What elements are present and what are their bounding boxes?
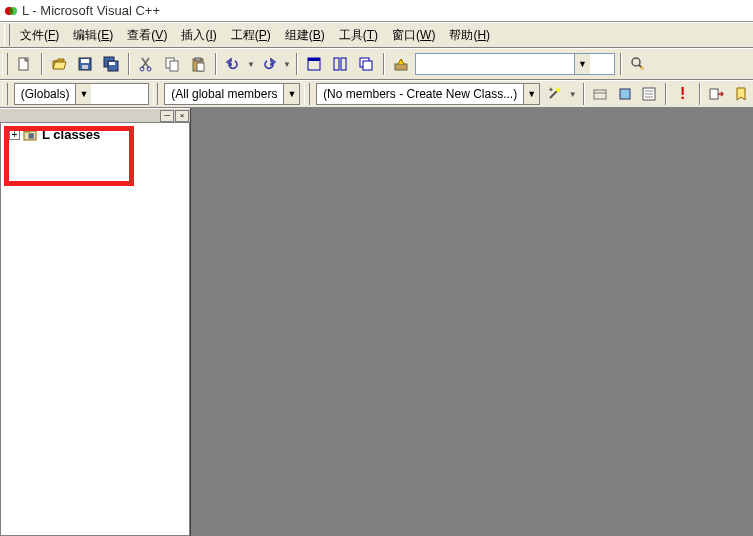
svg-rect-8 bbox=[109, 62, 115, 65]
svg-point-25 bbox=[640, 67, 643, 70]
resource-button[interactable] bbox=[614, 83, 635, 105]
redo-chevron-icon[interactable]: ▼ bbox=[283, 60, 291, 69]
pane-minimize-button[interactable]: ─ bbox=[160, 110, 174, 122]
svg-rect-22 bbox=[395, 64, 407, 70]
wizbar-grip-2[interactable] bbox=[153, 83, 159, 105]
menu-tools[interactable]: 工具(T) bbox=[333, 24, 384, 47]
separator bbox=[620, 53, 621, 75]
undo-chevron-icon[interactable]: ▼ bbox=[247, 60, 255, 69]
menu-project[interactable]: 工程(P) bbox=[225, 24, 277, 47]
go-to-button[interactable] bbox=[706, 83, 727, 105]
menu-window[interactable]: 窗口(W) bbox=[386, 24, 441, 47]
menu-file[interactable]: 文件(F) bbox=[14, 24, 65, 47]
save-all-button[interactable] bbox=[99, 52, 123, 76]
svg-rect-15 bbox=[197, 63, 204, 71]
toolbar-grip[interactable] bbox=[2, 53, 8, 75]
svg-rect-14 bbox=[195, 58, 201, 61]
bookmark-button[interactable] bbox=[730, 83, 751, 105]
menubar-grip[interactable] bbox=[4, 24, 10, 46]
separator bbox=[41, 53, 42, 75]
wizard-bar: (Globals) ▼ (All global members ▼ (No me… bbox=[0, 80, 753, 108]
window-tile-button[interactable] bbox=[328, 52, 352, 76]
svg-point-27 bbox=[556, 88, 560, 92]
class-view-tree[interactable]: + ▦ L classes bbox=[0, 122, 190, 536]
open-button[interactable] bbox=[47, 52, 71, 76]
find-dropdown-icon[interactable]: ▼ bbox=[574, 54, 590, 74]
cut-button[interactable] bbox=[134, 52, 158, 76]
filter-value: (All global members bbox=[165, 87, 283, 101]
copy-button[interactable] bbox=[160, 52, 184, 76]
find-input[interactable] bbox=[416, 54, 574, 74]
svg-rect-29 bbox=[594, 90, 606, 99]
wizard-chevron-icon[interactable]: ▼ bbox=[569, 90, 577, 99]
pane-close-button[interactable]: × bbox=[175, 110, 189, 122]
menu-edit[interactable]: 编辑(E) bbox=[67, 24, 119, 47]
client-area: ─ × + ▦ L classes bbox=[0, 108, 753, 536]
redo-button[interactable] bbox=[257, 52, 281, 76]
members-select[interactable]: (No members - Create New Class...) ▼ bbox=[316, 83, 540, 105]
svg-rect-4 bbox=[81, 59, 89, 63]
svg-rect-18 bbox=[334, 58, 339, 70]
separator bbox=[128, 53, 129, 75]
svg-text:✦: ✦ bbox=[548, 86, 554, 93]
app-icon bbox=[4, 4, 18, 18]
standard-toolbar: ▼ ▼ ▼ bbox=[0, 48, 753, 80]
separator bbox=[665, 83, 666, 105]
wizbar-grip[interactable] bbox=[2, 83, 8, 105]
undo-button[interactable] bbox=[221, 52, 245, 76]
separator bbox=[215, 53, 216, 75]
wizard-wand-button[interactable]: ✦ bbox=[544, 83, 565, 105]
build-button[interactable] bbox=[389, 52, 413, 76]
paste-button[interactable] bbox=[186, 52, 210, 76]
scope-select[interactable]: (Globals) ▼ bbox=[14, 83, 149, 105]
save-button[interactable] bbox=[73, 52, 97, 76]
svg-rect-31 bbox=[620, 89, 630, 99]
window-title: L - Microsoft Visual C++ bbox=[22, 3, 160, 18]
chevron-down-icon[interactable]: ▼ bbox=[523, 84, 539, 104]
titlebar: L - Microsoft Visual C++ bbox=[0, 0, 753, 22]
expand-icon[interactable]: + bbox=[9, 129, 20, 140]
svg-point-23 bbox=[632, 58, 640, 66]
filter-select[interactable]: (All global members ▼ bbox=[164, 83, 300, 105]
open-class-button[interactable] bbox=[590, 83, 611, 105]
chevron-down-icon[interactable]: ▼ bbox=[75, 84, 91, 104]
window-cascade-button[interactable] bbox=[354, 52, 378, 76]
menubar: 文件(F) 编辑(E) 查看(V) 插入(I) 工程(P) 组建(B) 工具(T… bbox=[0, 22, 753, 48]
pane-header: ─ × bbox=[0, 108, 190, 122]
chevron-down-icon[interactable]: ▼ bbox=[283, 84, 299, 104]
tree-root-label: L classes bbox=[42, 127, 100, 142]
properties-button[interactable] bbox=[639, 83, 660, 105]
find-combo[interactable]: ▼ bbox=[415, 53, 615, 75]
svg-rect-12 bbox=[170, 61, 178, 71]
separator bbox=[383, 53, 384, 75]
svg-rect-21 bbox=[363, 61, 372, 70]
mdi-area[interactable] bbox=[190, 108, 753, 536]
members-value: (No members - Create New Class...) bbox=[317, 87, 523, 101]
menu-view[interactable]: 查看(V) bbox=[121, 24, 173, 47]
separator bbox=[296, 53, 297, 75]
wizbar-grip-3[interactable] bbox=[304, 83, 310, 105]
separator bbox=[583, 83, 584, 105]
menu-insert[interactable]: 插入(I) bbox=[175, 24, 222, 47]
separator bbox=[699, 83, 700, 105]
find-in-files-button[interactable] bbox=[626, 52, 650, 76]
error-button[interactable]: ! bbox=[672, 83, 693, 105]
svg-rect-36 bbox=[710, 89, 718, 99]
scope-value: (Globals) bbox=[15, 87, 76, 101]
menu-build[interactable]: 组建(B) bbox=[279, 24, 331, 47]
window-list-button[interactable] bbox=[302, 52, 326, 76]
workspace-pane: ─ × + ▦ L classes bbox=[0, 108, 190, 536]
class-folder-icon: ▦ bbox=[23, 128, 39, 142]
svg-rect-17 bbox=[308, 58, 320, 61]
new-file-button[interactable] bbox=[12, 52, 36, 76]
svg-point-1 bbox=[9, 7, 17, 15]
menu-help[interactable]: 帮助(H) bbox=[443, 24, 496, 47]
svg-rect-5 bbox=[82, 65, 88, 69]
tree-root-node[interactable]: + ▦ L classes bbox=[1, 123, 189, 144]
svg-text:▦: ▦ bbox=[28, 132, 35, 139]
svg-rect-19 bbox=[341, 58, 346, 70]
